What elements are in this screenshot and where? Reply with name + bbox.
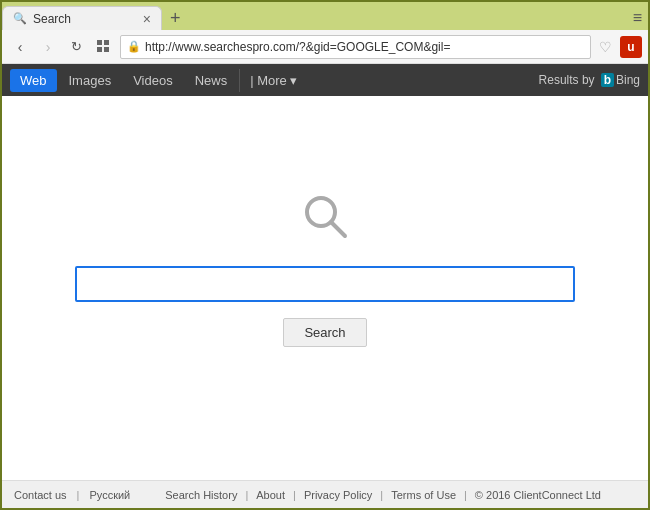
address-lock-icon: 🔒 [127,40,141,53]
address-bar[interactable]: 🔒 [120,35,591,59]
tab-bar-right: ≡ [633,6,648,30]
refresh-button[interactable]: ↻ [64,35,88,59]
footer-sep-3: | [293,489,296,501]
footer-center: Search History | About | Privacy Policy … [130,489,636,501]
svg-line-5 [331,222,345,236]
footer-russian-link[interactable]: Русский [89,489,130,501]
footer: Contact us | Русский Search History | Ab… [2,480,648,508]
apps-grid-button[interactable] [92,35,116,59]
search-toolbar: Web Images Videos News | More ▾ Results … [2,64,648,96]
main-search-input[interactable] [75,266,575,302]
bookmark-heart-icon[interactable]: ♡ [595,37,616,57]
footer-copyright: © 2016 ClientConnect Ltd [475,489,601,501]
footer-contact-us-link[interactable]: Contact us [14,489,67,501]
bing-logo: b Bing [601,73,640,87]
toolbar-tab-web[interactable]: Web [10,69,57,92]
footer-sep-2: | [245,489,248,501]
svg-rect-2 [97,47,102,52]
browser-window: 🔍 Search × + ≡ ‹ › ↻ 🔒 ♡ u [0,0,650,510]
toolbar-tab-videos[interactable]: Videos [123,69,183,92]
new-tab-button[interactable]: + [162,6,189,30]
bing-b-icon: b [601,73,614,87]
shield-icon[interactable]: u [620,36,642,58]
tab-close-button[interactable]: × [143,12,151,26]
toolbar-right: Results by b Bing [539,73,640,87]
svg-rect-1 [104,40,109,45]
footer-about-link[interactable]: About [256,489,285,501]
browser-menu-icon[interactable]: ≡ [633,9,642,27]
footer-sep-4: | [380,489,383,501]
address-input[interactable] [145,40,584,54]
footer-terms-link[interactable]: Terms of Use [391,489,456,501]
back-button[interactable]: ‹ [8,35,32,59]
active-tab[interactable]: 🔍 Search × [2,6,162,30]
footer-sep-1: | [77,489,80,501]
footer-search-history-link[interactable]: Search History [165,489,237,501]
tab-favicon-icon: 🔍 [13,12,27,25]
footer-left: Contact us | Русский [14,489,130,501]
forward-button[interactable]: › [36,35,60,59]
footer-privacy-link[interactable]: Privacy Policy [304,489,372,501]
main-content: Search [2,96,648,480]
bing-name-label: Bing [616,73,640,87]
toolbar-more-button[interactable]: | More ▾ [239,69,307,92]
svg-rect-3 [104,47,109,52]
search-magnifier-icon [299,190,351,242]
toolbar-tab-images[interactable]: Images [59,69,122,92]
footer-sep-5: | [464,489,467,501]
shield-label: u [627,40,634,54]
search-button[interactable]: Search [283,318,366,347]
results-by-label: Results by [539,73,595,87]
svg-rect-0 [97,40,102,45]
tab-title: Search [33,12,137,26]
navigation-bar: ‹ › ↻ 🔒 ♡ u [2,30,648,64]
tab-bar: 🔍 Search × + ≡ [2,2,648,30]
toolbar-tab-news[interactable]: News [185,69,238,92]
